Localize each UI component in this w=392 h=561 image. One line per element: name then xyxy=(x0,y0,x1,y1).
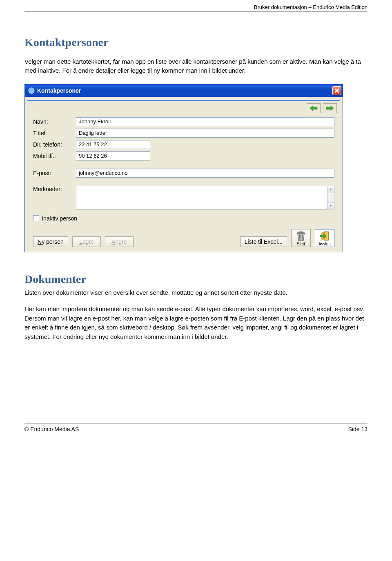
input-mobil[interactable] xyxy=(76,151,150,160)
close-button[interactable] xyxy=(332,86,341,95)
liste-excel-button[interactable]: Liste til Excel... xyxy=(240,236,287,247)
scroll-down-icon[interactable]: ▼ xyxy=(327,202,334,209)
section1-intro: Velger man dette kartotekkortet, får man… xyxy=(24,57,368,75)
avslutt-button[interactable]: Avslutt xyxy=(315,229,334,247)
label-navn: Navn: xyxy=(33,118,76,125)
input-navn[interactable] xyxy=(76,117,334,126)
dialog-titlebar: Kontakpersoner xyxy=(25,85,343,97)
svg-line-2 xyxy=(300,234,300,240)
svg-point-0 xyxy=(29,88,34,94)
section2-p2: Her kan man importere dokumenter og man … xyxy=(24,305,368,341)
contact-dialog: Kontakpersoner Navn: Tittel: xyxy=(24,84,343,252)
label-epost: E-post: xyxy=(33,170,76,176)
header-rule xyxy=(24,11,368,11)
checkbox-label: Inaktiv person xyxy=(42,215,77,222)
label-mobil: Mobil tlf.: xyxy=(33,153,76,159)
svg-line-4 xyxy=(302,234,303,240)
next-button[interactable] xyxy=(323,103,337,113)
scroll-up-icon[interactable]: ▲ xyxy=(327,186,334,193)
slett-label: Slett xyxy=(297,242,305,246)
section1-title: Kontaktpersoner xyxy=(24,36,368,49)
lagre-button[interactable]: Lagre xyxy=(72,236,101,247)
avslutt-label: Avslutt xyxy=(318,242,331,246)
slett-button[interactable]: Slett xyxy=(291,229,311,247)
doc-header: Bruker dokumentasjon – Endurico Media Ed… xyxy=(24,0,368,11)
footer-rule xyxy=(24,423,368,423)
label-tittel: Tittel: xyxy=(33,130,76,136)
input-epost[interactable] xyxy=(76,169,334,178)
input-tittel[interactable] xyxy=(76,129,334,138)
scrollbar[interactable]: ▲ ▼ xyxy=(327,186,334,209)
textarea-merknader[interactable] xyxy=(76,186,327,209)
input-dir-telefon[interactable] xyxy=(76,140,150,149)
footer-left: © Endurico Media AS xyxy=(24,426,79,432)
ny-person-button[interactable]: Ny person xyxy=(33,236,68,247)
checkbox-inaktiv[interactable] xyxy=(33,215,39,221)
trash-icon xyxy=(295,231,307,241)
section2-title: Dokumenter xyxy=(24,273,368,286)
label-merknader: Merknader: xyxy=(33,186,76,192)
exit-icon xyxy=(319,231,330,241)
label-dir-telefon: Dir. telefon: xyxy=(33,141,76,148)
app-icon xyxy=(28,87,35,94)
footer-right: Side 13 xyxy=(348,426,368,432)
prev-button[interactable] xyxy=(307,103,321,113)
dialog-title: Kontakpersoner xyxy=(37,87,332,94)
section2-p1: Listen over dokumenter viser en oversikt… xyxy=(24,288,368,298)
svg-rect-1 xyxy=(299,232,303,232)
angre-button[interactable]: Angre xyxy=(105,236,134,247)
